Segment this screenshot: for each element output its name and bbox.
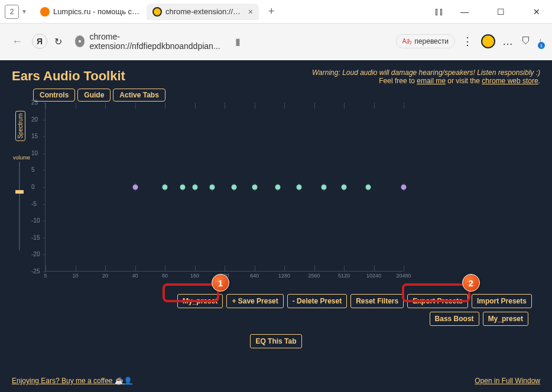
browser-tab-lumpics[interactable]: Lumpics.ru - помощь с ком xyxy=(34,4,147,20)
eq-band-node[interactable] xyxy=(232,185,237,190)
eq-band-node[interactable] xyxy=(366,185,371,190)
preset-buttons-row1: My_preset + Save Preset - Delete Preset … xyxy=(177,294,540,308)
favicon-icon xyxy=(40,7,50,17)
tab-title: Lumpics.ru - помощь с ком xyxy=(53,7,141,16)
site-menu-icon[interactable]: ⋮ xyxy=(462,35,474,48)
extensions-menu-icon[interactable]: … xyxy=(502,35,514,48)
reload-button[interactable]: ↻ xyxy=(54,36,62,47)
import-presets-button[interactable]: Import Presets xyxy=(472,294,532,308)
y-tick-label: 0 xyxy=(31,184,35,190)
translate-button[interactable]: Aあ перевести xyxy=(396,34,455,48)
y-tick-label: 15 xyxy=(31,133,38,139)
shield-icon[interactable]: ⛉ xyxy=(521,36,531,47)
eq-band-node[interactable] xyxy=(321,185,326,190)
eq-band-node[interactable] xyxy=(275,185,280,190)
warning-line2: Feel free to email me or visit the chrom… xyxy=(312,77,540,85)
eq-band-node[interactable] xyxy=(342,185,347,190)
home-button[interactable]: Я xyxy=(32,34,47,49)
translate-label: перевести xyxy=(414,37,449,45)
titlebar: 2 ▼ Lumpics.ru - помощь с ком chrome-ext… xyxy=(0,0,552,24)
save-preset-button[interactable]: + Save Preset xyxy=(226,294,283,308)
volume-label: volume xyxy=(13,155,30,161)
preset-buttons-row2: Bass Boost My_preset xyxy=(12,312,540,326)
eq-this-tab-button[interactable]: EQ This Tab xyxy=(250,334,301,348)
bass-boost-button[interactable]: Bass Boost xyxy=(430,312,479,326)
eq-band-node[interactable] xyxy=(132,185,138,190)
url-text: chrome-extension://nfdfiepdkbnoanddpian.… xyxy=(89,32,222,51)
x-tick-label: 20480 xyxy=(396,273,411,279)
address-bar: ← Я ↻ chrome-extension://nfdfiepdkbnoand… xyxy=(0,24,552,59)
x-tick-label: 1280 xyxy=(278,273,290,279)
y-tick-label: 20 xyxy=(31,116,38,123)
y-tick-label: -5 xyxy=(31,201,37,207)
highlight-number-2: 2 xyxy=(462,274,480,292)
tab-dropdown-icon[interactable]: ▼ xyxy=(21,8,27,15)
x-tick-label: 640 xyxy=(250,273,259,279)
warning-line1: Warning: Loud audio will damage hearing/… xyxy=(312,68,540,77)
app-title: Ears Audio Toolkit xyxy=(12,68,125,85)
y-tick-label: -20 xyxy=(31,251,40,257)
open-full-window-link[interactable]: Open in Full Window xyxy=(475,377,540,385)
favicon-icon xyxy=(152,7,162,17)
x-tick-label: 2560 xyxy=(308,273,320,279)
minimize-button[interactable]: ― xyxy=(453,5,476,19)
maximize-button[interactable]: ☐ xyxy=(490,5,512,19)
eq-band-node[interactable] xyxy=(296,185,301,190)
close-window-button[interactable]: ✕ xyxy=(526,5,547,19)
ears-extension-icon[interactable] xyxy=(481,34,495,48)
my-preset-2-button[interactable]: My_preset xyxy=(483,312,528,326)
tab-active-tabs[interactable]: Active Tabs xyxy=(113,89,165,102)
back-button[interactable]: ← xyxy=(9,33,25,50)
extension-page: Ears Audio Toolkit Warning: Loud audio w… xyxy=(0,60,552,392)
downloads-badge: 1 xyxy=(538,42,545,49)
new-tab-button[interactable]: + xyxy=(264,3,280,20)
eq-this-row: EQ This Tab xyxy=(12,334,540,348)
eq-band-node[interactable] xyxy=(163,185,168,190)
my-preset-button[interactable]: My_preset xyxy=(177,294,223,308)
x-tick-label: 5120 xyxy=(338,273,350,279)
eq-band-node[interactable] xyxy=(210,185,215,190)
highlight-number-1: 1 xyxy=(212,274,229,292)
y-tick-label: -15 xyxy=(31,234,40,241)
eq-band-node[interactable] xyxy=(192,185,197,190)
tab-controls[interactable]: Controls xyxy=(33,89,75,102)
volume-slider-thumb[interactable] xyxy=(15,190,24,194)
x-tick-label: 160 xyxy=(190,273,199,279)
x-tick-label: 10240 xyxy=(366,273,381,279)
site-info-icon[interactable] xyxy=(75,35,85,47)
chrome-store-link[interactable]: chrome web store xyxy=(482,77,538,85)
downloads-icon[interactable]: ↓1 xyxy=(538,36,543,47)
spectrum-toggle[interactable]: Spectrum xyxy=(15,111,25,141)
y-tick-label: 5 xyxy=(31,166,35,173)
close-tab-icon[interactable]: × xyxy=(248,7,253,17)
window-controls: ― ☐ ✕ xyxy=(453,5,547,19)
eq-band-node[interactable] xyxy=(252,185,257,190)
page-header: Ears Audio Toolkit Warning: Loud audio w… xyxy=(12,68,540,85)
tab-title: chrome-extension://nfd xyxy=(165,7,242,16)
bookmark-icon[interactable]: ▮ xyxy=(235,36,241,47)
eq-band-node[interactable] xyxy=(401,185,407,190)
export-presets-button[interactable]: Export Presets xyxy=(407,294,468,308)
svg-point-0 xyxy=(79,40,81,43)
delete-preset-button[interactable]: - Delete Preset xyxy=(287,294,347,308)
volume-slider-track[interactable] xyxy=(19,162,20,250)
eq-chart[interactable]: 2520151050-5-10-15-20-255102040801603206… xyxy=(45,103,403,272)
tab-counter[interactable]: 2 xyxy=(5,5,19,19)
tab-guide[interactable]: Guide xyxy=(77,89,111,102)
reset-filters-button[interactable]: Reset Filters xyxy=(350,294,404,308)
reader-mode-icon[interactable]: ⫿⫿ xyxy=(434,6,444,17)
eq-area: Spectrum volume 2520151050-5-10-15-20-25… xyxy=(33,103,540,280)
x-tick-label: 40 xyxy=(132,273,138,279)
warning-block: Warning: Loud audio will damage hearing/… xyxy=(312,68,540,85)
x-tick-label: 5 xyxy=(44,273,47,279)
email-link[interactable]: email me xyxy=(417,77,446,85)
x-tick-label: 80 xyxy=(162,273,168,279)
browser-tab-extension[interactable]: chrome-extension://nfd × xyxy=(147,4,259,20)
y-tick-label: 10 xyxy=(31,150,38,156)
x-tick-label: 20 xyxy=(102,273,108,279)
browser-chrome: 2 ▼ Lumpics.ru - помощь с ком chrome-ext… xyxy=(0,0,552,60)
eq-band-node[interactable] xyxy=(180,185,185,190)
url-field[interactable]: chrome-extension://nfdfiepdkbnoanddpian.… xyxy=(69,28,228,54)
y-tick-label: -25 xyxy=(31,268,40,275)
buy-coffee-link[interactable]: Enjoying Ears? Buy me a coffee ☕👤 xyxy=(12,377,132,385)
